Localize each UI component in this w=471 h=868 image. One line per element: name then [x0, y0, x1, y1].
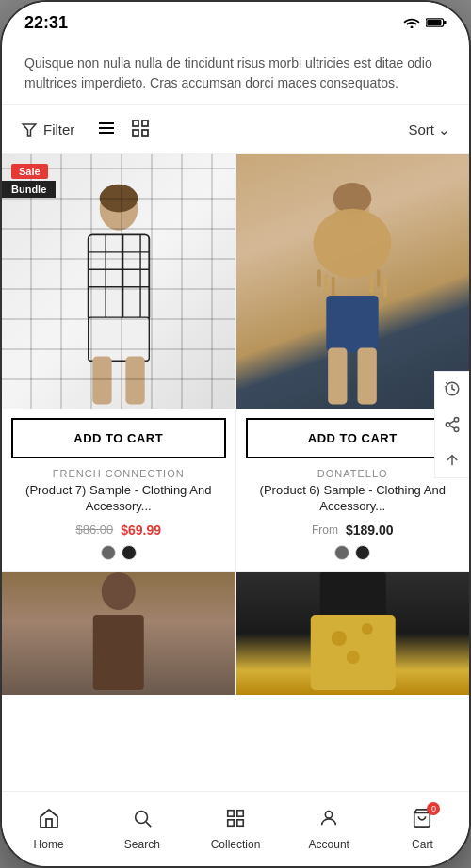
color-dot-black-1[interactable]	[122, 545, 137, 560]
share-button[interactable]	[435, 408, 469, 442]
sale-price-1: $69.99	[121, 522, 161, 538]
svg-rect-21	[88, 234, 149, 321]
svg-point-48	[361, 623, 372, 635]
product-name-2: (Product 6) Sample - Clothing And Access…	[236, 479, 470, 519]
nav-account-label: Account	[309, 838, 349, 851]
bundle-badge-1: Bundle	[2, 181, 56, 198]
history-button[interactable]	[435, 372, 469, 406]
status-time: 22:31	[24, 13, 68, 33]
products-grid: Sale Bundle	[2, 154, 469, 695]
svg-rect-37	[370, 274, 374, 293]
product-figure-4	[236, 572, 470, 695]
status-bar: 22:31	[2, 2, 469, 39]
svg-rect-45	[319, 572, 385, 619]
from-label-2: From	[312, 523, 338, 537]
list-view-icon	[97, 119, 116, 137]
svg-point-15	[454, 427, 459, 432]
product-card-3	[2, 572, 236, 695]
svg-point-13	[454, 417, 459, 422]
product-card-2: ADD TO CART DONATELLO (Product 6) Sample…	[236, 154, 470, 571]
filter-bar: Filter	[2, 104, 469, 154]
svg-point-0	[411, 26, 414, 29]
color-dot-gray-1[interactable]	[101, 545, 116, 560]
scroll-top-button[interactable]	[435, 443, 469, 477]
product-image-3[interactable]	[2, 572, 236, 695]
nav-home[interactable]: Home	[2, 800, 95, 859]
product-figure-3	[2, 572, 236, 695]
add-to-cart-button-2[interactable]: ADD TO CART	[246, 418, 461, 458]
svg-rect-34	[317, 269, 321, 286]
svg-point-43	[102, 572, 136, 610]
svg-point-33	[314, 209, 392, 279]
svg-line-17	[449, 421, 454, 424]
add-to-cart-button-1[interactable]: ADD TO CART	[11, 418, 226, 458]
search-icon	[132, 808, 153, 834]
color-options-1	[2, 545, 236, 571]
nav-search[interactable]: Search	[95, 800, 188, 859]
svg-rect-50	[46, 819, 52, 828]
wifi-icon	[403, 15, 420, 31]
nav-collection[interactable]: Collection	[188, 800, 282, 859]
svg-point-14	[446, 423, 450, 427]
svg-rect-38	[377, 269, 381, 286]
share-icon	[444, 416, 461, 433]
svg-rect-42	[358, 347, 377, 404]
svg-rect-36	[332, 277, 335, 297]
product-name-1: (Product 7) Sample - Clothing And Access…	[2, 479, 236, 519]
nav-collection-label: Collection	[211, 838, 261, 851]
product-image-4[interactable]	[236, 572, 470, 695]
sort-label: Sort	[408, 121, 434, 137]
description-section: Quisque non nulla nulla de tincidunt ris…	[2, 39, 469, 104]
filter-button[interactable]: Filter	[21, 121, 74, 138]
nav-cart-label: Cart	[412, 838, 433, 851]
product-card-1: Sale Bundle	[2, 154, 236, 571]
home-icon	[38, 808, 60, 834]
view-options	[93, 115, 154, 144]
svg-rect-30	[125, 357, 144, 405]
svg-marker-4	[23, 124, 36, 136]
color-options-2	[236, 545, 470, 571]
color-dot-black-2[interactable]	[355, 545, 370, 560]
sort-button[interactable]: Sort ⌄	[408, 121, 450, 138]
price-row-2: From $189.00	[236, 519, 470, 545]
account-icon	[318, 808, 339, 834]
svg-rect-44	[93, 615, 144, 690]
arrow-up-icon	[444, 452, 461, 469]
svg-line-52	[146, 822, 151, 827]
regular-price-2: $189.00	[346, 522, 394, 538]
svg-rect-41	[328, 347, 347, 404]
svg-point-47	[331, 631, 346, 646]
product-card-4	[236, 572, 470, 695]
svg-rect-29	[92, 357, 111, 405]
svg-rect-8	[133, 121, 138, 126]
color-dot-gray-2[interactable]	[334, 545, 349, 560]
svg-point-49	[346, 651, 359, 664]
description-text: Quisque non nulla nulla de tincidunt ris…	[24, 54, 447, 93]
list-view-button[interactable]	[93, 115, 120, 144]
svg-rect-35	[325, 274, 329, 293]
svg-rect-10	[133, 130, 138, 136]
battery-icon	[426, 16, 447, 31]
history-icon	[444, 380, 461, 397]
svg-rect-11	[142, 130, 148, 136]
filter-label: Filter	[43, 121, 74, 137]
phone-frame: 22:31 Quisque non nulla nulla de	[0, 0, 471, 868]
price-row-1: $86.00 $69.99	[2, 519, 236, 545]
svg-point-51	[135, 811, 147, 823]
nav-home-label: Home	[34, 838, 64, 851]
grid-view-button[interactable]	[127, 115, 154, 144]
svg-rect-28	[88, 317, 149, 361]
nav-search-label: Search	[124, 838, 160, 851]
content-area[interactable]: Quisque non nulla nulla de tincidunt ris…	[2, 39, 469, 831]
nav-cart[interactable]: 0 Cart	[376, 800, 469, 859]
svg-rect-53	[228, 810, 234, 815]
product-image-1[interactable]: Sale Bundle	[2, 154, 236, 409]
svg-point-20	[99, 185, 138, 213]
svg-rect-3	[427, 20, 441, 25]
bottom-nav: Home Search Collection	[2, 791, 469, 866]
nav-account[interactable]: Account	[283, 800, 376, 859]
product-figure-2	[291, 183, 414, 409]
svg-rect-9	[142, 121, 148, 126]
svg-line-16	[449, 426, 454, 428]
cart-count-badge: 0	[427, 802, 440, 815]
